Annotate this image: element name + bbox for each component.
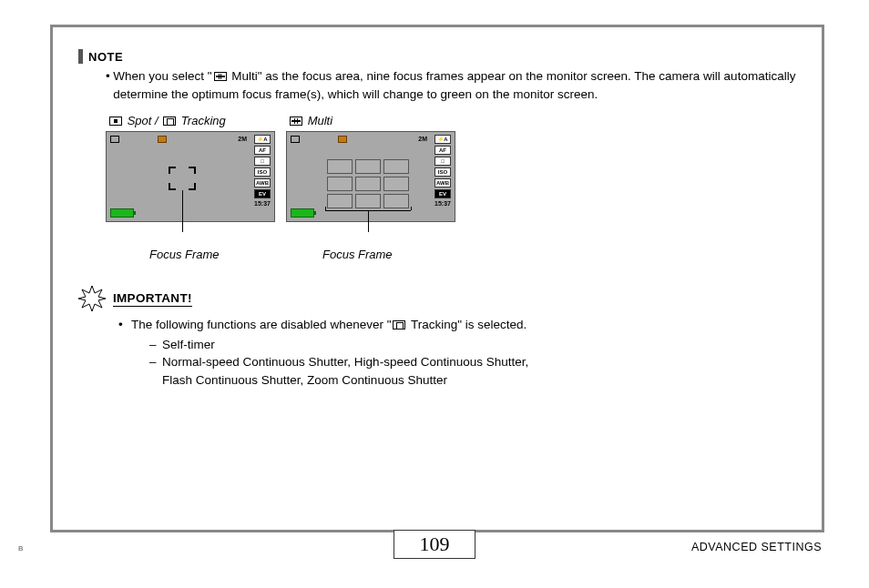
spot-focus-frame — [169, 167, 196, 190]
important-intro: The following functions are disabled whe… — [131, 316, 554, 389]
callout-tick — [325, 207, 326, 210]
lcd-rec-icon — [338, 136, 347, 143]
lcd-battery-icon — [291, 208, 314, 218]
corner-mark: B — [18, 544, 23, 553]
page-frame: NOTE • When you select " Multi" as the f… — [50, 25, 824, 532]
tracking-icon — [393, 320, 405, 329]
focus-cell — [355, 177, 381, 191]
corner-icon — [169, 183, 176, 190]
note-icon-label: Multi — [231, 69, 258, 83]
figure-right-column: Multi 2M ⚡A AF □ ISO AWB EV 15:37 — [286, 114, 459, 222]
section-label: ADVANCED SETTINGS — [691, 541, 822, 553]
callout-line — [182, 190, 183, 232]
figure-left-column: Spot / Tracking 2M ⚡A AF □ ISO AWB EV 15… — [106, 114, 279, 222]
callout-line — [368, 210, 369, 232]
bullet-dot: • — [106, 67, 113, 103]
lcd-focus-indicator: □ — [434, 157, 451, 166]
lcd-focus-indicator: □ — [254, 157, 271, 166]
list-item-text: Self-timer — [162, 336, 215, 354]
lcd-screenshot-spot: 2M ⚡A AF □ ISO AWB EV 15:37 — [106, 131, 275, 222]
dash-icon: – — [149, 336, 162, 354]
figure-captions: Focus Frame Focus Frame — [106, 248, 798, 261]
lcd-ev-indicator: EV — [254, 189, 271, 198]
multi-icon — [214, 72, 227, 81]
lcd-flash-indicator: ⚡A — [434, 135, 451, 144]
focus-cell — [327, 194, 353, 208]
focus-cell — [383, 177, 409, 191]
lcd-mode-icon — [110, 136, 119, 143]
lcd-af-indicator: AF — [254, 146, 271, 155]
lcd-mode-icon — [291, 136, 300, 143]
tracking-icon — [163, 117, 176, 126]
label-tracking: Tracking — [181, 114, 226, 127]
focus-cell — [383, 194, 409, 208]
lcd-flash-indicator: ⚡A — [254, 135, 271, 144]
important-body: • The following functions are disabled w… — [118, 316, 798, 389]
note-accent-bar — [78, 49, 83, 64]
svg-marker-0 — [78, 286, 106, 311]
figure-row: Spot / Tracking 2M ⚡A AF □ ISO AWB EV 15… — [106, 114, 798, 222]
list-item: – Self-timer — [149, 336, 554, 354]
lcd-time: 15:37 — [434, 200, 451, 207]
bullet-dot: • — [118, 316, 131, 389]
important-heading: IMPORTANT! — [113, 291, 192, 307]
lcd-rec-icon — [158, 136, 167, 143]
focus-cell — [355, 159, 381, 174]
lcd-awb-indicator: AWB — [254, 178, 271, 188]
lcd-iso-indicator: ISO — [434, 167, 451, 177]
corner-icon — [169, 167, 176, 174]
label-sep: / — [151, 114, 161, 127]
note-text-prefix: When you select " — [113, 69, 211, 83]
important-intro-prefix: The following functions are disabled whe… — [131, 318, 391, 331]
dash-icon: – — [149, 353, 162, 389]
multi-focus-grid — [327, 159, 409, 208]
figure-right-label: Multi — [288, 114, 459, 127]
page-content: NOTE • When you select " Multi" as the f… — [78, 49, 798, 389]
note-heading-row: NOTE — [78, 49, 798, 64]
label-multi: Multi — [308, 114, 332, 127]
page-number: 109 — [394, 530, 475, 559]
important-dash-list: – Self-timer – Normal-speed Continuous S… — [149, 336, 554, 390]
list-item: – Normal-speed Continuous Shutter, High-… — [149, 353, 554, 389]
lcd-size-indicator: 2M — [418, 136, 427, 142]
lcd-screenshot-multi: 2M ⚡A AF □ ISO AWB EV 15:37 — [286, 131, 455, 222]
focus-cell — [355, 194, 381, 208]
lcd-iso-indicator: ISO — [254, 167, 271, 177]
spot-icon — [109, 117, 122, 126]
list-item-text: Normal-speed Continuous Shutter, High-sp… — [162, 353, 554, 389]
important-heading-row: IMPORTANT! — [78, 285, 798, 312]
page-footer: B 109 ADVANCED SETTINGS — [0, 541, 869, 577]
caption-left: Focus Frame — [149, 248, 313, 261]
multi-icon — [290, 117, 302, 126]
note-text: When you select " Multi" as the focus ar… — [113, 67, 798, 103]
focus-cell — [383, 159, 409, 174]
focus-cell — [327, 159, 353, 174]
lcd-side-strip: ⚡A AF □ ISO AWB EV 15:37 — [433, 135, 453, 207]
lcd-af-indicator: AF — [434, 146, 451, 155]
lcd-battery-icon — [110, 208, 134, 218]
lcd-time: 15:37 — [254, 200, 271, 207]
focus-cell — [327, 177, 353, 191]
lcd-ev-indicator: EV — [434, 189, 451, 198]
burst-icon — [78, 285, 106, 312]
lcd-awb-indicator: AWB — [434, 178, 451, 188]
lcd-side-strip: ⚡A AF □ ISO AWB EV 15:37 — [252, 135, 272, 207]
note-body: • When you select " Multi" as the focus … — [106, 67, 798, 103]
lcd-size-indicator: 2M — [238, 136, 247, 142]
corner-icon — [189, 183, 196, 190]
corner-icon — [189, 167, 196, 174]
figure-left-label: Spot / Tracking — [107, 114, 279, 127]
note-heading: NOTE — [88, 50, 123, 64]
label-spot: Spot — [128, 114, 152, 127]
important-intro-suffix: Tracking" is selected. — [407, 318, 527, 331]
callout-tick — [411, 207, 412, 210]
caption-right: Focus Frame — [322, 248, 393, 261]
